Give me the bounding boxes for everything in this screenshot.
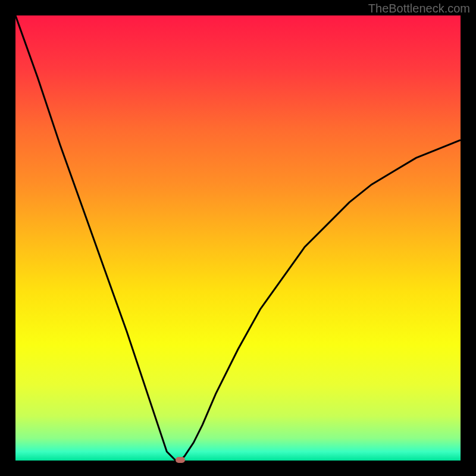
optimal-point-marker	[176, 457, 185, 463]
bottleneck-chart	[15, 15, 461, 461]
chart-svg	[15, 15, 461, 461]
gradient-background	[15, 15, 461, 461]
watermark-text: TheBottleneck.com	[368, 2, 470, 15]
